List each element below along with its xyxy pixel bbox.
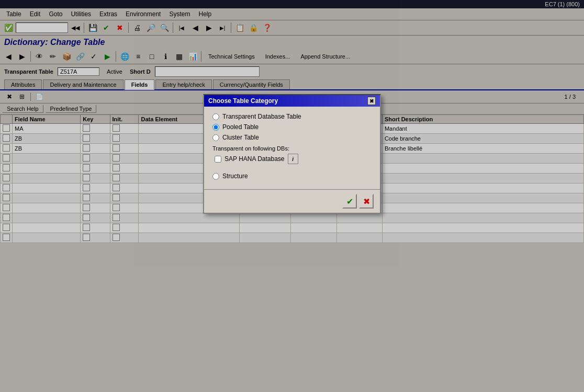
structure-label[interactable]: Structure (222, 172, 248, 180)
cluster-option-group: Cluster Table (212, 134, 372, 141)
dialog-ok-button[interactable]: ✔ (342, 194, 357, 209)
structure-radio[interactable] (212, 173, 219, 180)
dialog-body: Transparent Database Table Pooled Table … (204, 107, 380, 189)
dialog-cancel-button[interactable]: ✖ (359, 194, 374, 209)
hana-db-checkbox[interactable] (215, 156, 221, 163)
dialog-overlay: Choose Table Category ✖ Transparent Data… (0, 0, 584, 243)
transparent-radio[interactable] (212, 113, 219, 120)
transparent-option-group: Transparent Database Table (212, 113, 372, 120)
dialog-close-button[interactable]: ✖ (367, 97, 376, 105)
pooled-label[interactable]: Pooled Table (222, 123, 259, 131)
dialog-title-bar: Choose Table Category ✖ (204, 95, 380, 107)
cluster-radio[interactable] (212, 134, 219, 141)
transparent-label[interactable]: Transparent Database Table (222, 113, 301, 120)
hana-db-label[interactable]: SAP HANA Database (224, 155, 285, 163)
cluster-label[interactable]: Cluster Table (222, 134, 259, 141)
transparent-section-label: Transparent on following DBs: (212, 145, 372, 152)
structure-option-group: Structure (212, 172, 372, 180)
info-icon-button[interactable]: i (288, 154, 298, 164)
dialog-title-text: Choose Table Category (208, 97, 278, 105)
dialog-footer: ✔ ✖ (204, 189, 380, 213)
pooled-option-group: Pooled Table (212, 123, 372, 131)
pooled-radio[interactable] (212, 124, 219, 131)
choose-table-category-dialog: Choose Table Category ✖ Transparent Data… (203, 94, 381, 214)
hana-checkbox-group: SAP HANA Database i (215, 154, 372, 164)
